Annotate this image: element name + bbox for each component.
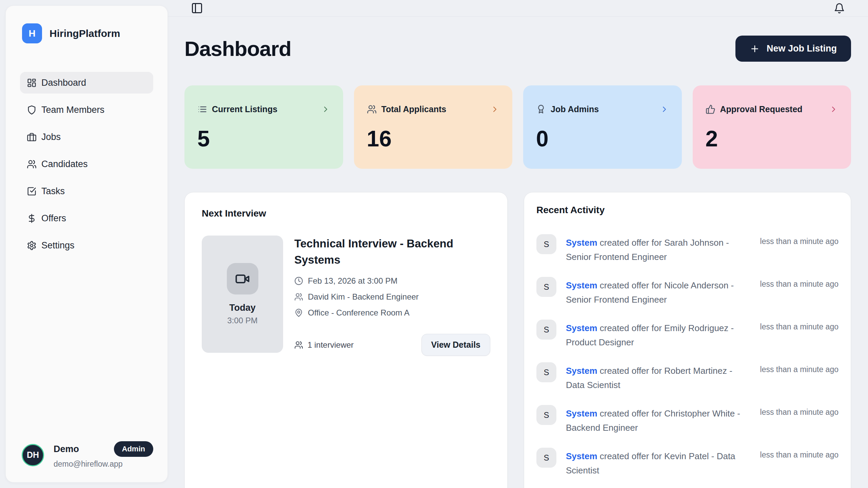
activity-item: S System created offer for Sarah Johnson… [536, 234, 839, 264]
activity-item: S System created offer for Robert Martin… [536, 362, 839, 392]
activity-item: S System created offer for Nicole Anders… [536, 277, 839, 307]
activity-avatar: S [536, 320, 556, 340]
shield-icon [27, 105, 37, 115]
stats-row: Current Listings 5 Total Applicants 16 J… [184, 85, 851, 169]
stat-card-current-listings[interactable]: Current Listings 5 [184, 85, 343, 169]
activity-avatar: S [536, 277, 556, 297]
interview-datetime-row: Feb 13, 2026 at 3:00 PM [294, 276, 490, 286]
interview-day: Today [229, 303, 256, 313]
sidebar-item-tasks[interactable]: Tasks [20, 180, 153, 202]
sidebar-nav: Dashboard Team Members Jobs Candidates T… [20, 72, 153, 256]
activity-avatar: S [536, 405, 556, 425]
sidebar-item-jobs[interactable]: Jobs [20, 126, 153, 148]
activity-timestamp: less than a minute ago [760, 322, 839, 331]
activity-item: S System created offer for Emily Rodrigu… [536, 320, 839, 349]
interview-details: Technical Interview - Backend Systems Fe… [294, 236, 490, 356]
check-square-icon [27, 186, 37, 196]
chevron-right-icon [321, 105, 330, 114]
interview-time: 3:00 PM [227, 316, 257, 325]
users-icon [294, 341, 303, 349]
bell-icon [834, 3, 845, 14]
user-email: demo@hireflow.app [54, 460, 153, 469]
sidebar-item-label: Jobs [41, 132, 61, 142]
page-head: Dashboard New Job Listing [184, 36, 851, 62]
topbar [168, 0, 868, 17]
sidebar-item-dashboard[interactable]: Dashboard [20, 72, 153, 94]
interview-datetime: Feb 13, 2026 at 3:00 PM [308, 276, 397, 286]
interview-date-tile: Today 3:00 PM [202, 236, 283, 353]
award-icon [536, 104, 546, 114]
user-meta: Demo Admin demo@hireflow.app [54, 441, 153, 469]
activity-item: S System created offer for Christopher W… [536, 405, 839, 435]
gear-icon [27, 241, 37, 250]
stat-label: Total Applicants [381, 104, 447, 114]
brand: H HiringPlatform [22, 23, 153, 43]
lower-panels: Next Interview Today 3:00 PM Technical I… [184, 192, 851, 488]
chevron-right-icon [490, 105, 499, 114]
stat-card-approval-requested[interactable]: Approval Requested 2 [693, 85, 851, 169]
sidebar-item-label: Team Members [41, 105, 104, 115]
sidebar-item-offers[interactable]: Offers [20, 207, 153, 229]
app-name: HiringPlatform [50, 28, 120, 39]
plus-icon [750, 44, 760, 54]
activity-item: S System created offer for Kevin Patel -… [536, 448, 839, 477]
stat-card-job-admins[interactable]: Job Admins 0 [523, 85, 682, 169]
activity-avatar: S [536, 448, 556, 468]
sidebar-item-label: Settings [41, 240, 75, 251]
notifications-button[interactable] [832, 1, 847, 16]
sidebar: H HiringPlatform Dashboard Team Members … [5, 5, 168, 483]
interviewer-count: 1 interviewer [294, 340, 354, 350]
interview-candidate: David Kim - Backend Engineer [308, 292, 419, 302]
stat-value: 0 [536, 126, 669, 151]
view-details-button[interactable]: View Details [421, 334, 490, 356]
interviewer-count-label: 1 interviewer [308, 340, 354, 350]
interview-location: Office - Conference Room A [308, 308, 410, 318]
activity-actor[interactable]: System [566, 366, 597, 376]
users-icon [294, 292, 303, 301]
content: Dashboard New Job Listing Current Listin… [168, 17, 868, 488]
thumbs-up-icon [706, 104, 715, 114]
map-pin-icon [294, 308, 303, 317]
activity-timestamp: less than a minute ago [760, 280, 839, 289]
sidebar-item-candidates[interactable]: Candidates [20, 153, 153, 175]
avatar-initials: DH [27, 450, 39, 460]
interview-candidate-row: David Kim - Backend Engineer [294, 292, 490, 302]
dollar-icon [27, 214, 37, 223]
next-interview-panel: Next Interview Today 3:00 PM Technical I… [184, 192, 508, 488]
users-icon [27, 159, 37, 169]
panel-left-icon [191, 2, 203, 14]
user-name: Demo [54, 444, 79, 454]
stat-label: Job Admins [551, 104, 599, 114]
users-icon [367, 104, 377, 114]
recent-activity-panel: Recent Activity S System created offer f… [524, 192, 851, 488]
sidebar-item-settings[interactable]: Settings [20, 235, 153, 256]
list-icon [197, 104, 207, 114]
activity-list: S System created offer for Sarah Johnson… [536, 234, 839, 477]
app-logo: H [22, 23, 42, 43]
recent-activity-title: Recent Activity [536, 205, 839, 216]
activity-actor[interactable]: System [566, 408, 597, 419]
stat-value: 2 [706, 126, 839, 151]
sidebar-item-label: Tasks [41, 186, 65, 197]
new-job-listing-label: New Job Listing [767, 43, 837, 54]
main-area: Dashboard New Job Listing Current Listin… [168, 0, 868, 488]
stat-card-total-applicants[interactable]: Total Applicants 16 [354, 85, 513, 169]
sidebar-user[interactable]: DH Demo Admin demo@hireflow.app [20, 441, 153, 469]
new-job-listing-button[interactable]: New Job Listing [735, 36, 851, 62]
interview-title: Technical Interview - Backend Systems [294, 236, 490, 268]
activity-actor[interactable]: System [566, 238, 597, 248]
stat-value: 16 [367, 126, 500, 151]
chevron-right-icon [660, 105, 669, 114]
chevron-right-icon [829, 105, 838, 114]
stat-value: 5 [197, 126, 330, 151]
interview-location-row: Office - Conference Room A [294, 308, 490, 318]
briefcase-icon [27, 132, 37, 142]
video-icon [227, 263, 258, 294]
activity-actor[interactable]: System [566, 323, 597, 333]
activity-actor[interactable]: System [566, 280, 597, 290]
stat-label: Current Listings [212, 104, 277, 114]
activity-timestamp: less than a minute ago [760, 237, 839, 246]
sidebar-toggle-button[interactable] [189, 0, 205, 16]
sidebar-item-team-members[interactable]: Team Members [20, 99, 153, 121]
activity-actor[interactable]: System [566, 451, 597, 461]
